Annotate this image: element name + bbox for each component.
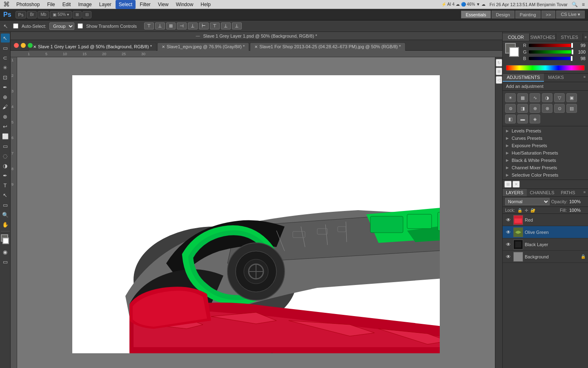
layer-visibility-bg[interactable]: 👁 [505, 254, 512, 260]
posterize-btn[interactable]: ▤ [566, 104, 577, 113]
menu-photoshop[interactable]: Photoshop [13, 0, 43, 9]
gradient-map-btn[interactable]: ▬ [517, 114, 528, 123]
align-top-btn[interactable]: ⊤ [144, 22, 154, 29]
g-slider-thumb[interactable] [571, 49, 574, 55]
screen-mode-edge-btn[interactable]: ⊞ [496, 67, 502, 75]
close-icon-2[interactable]: ✕ [162, 45, 165, 49]
quick-mask-btn[interactable]: ◉ [1, 247, 10, 256]
lock-position-btn[interactable]: ✛ [525, 208, 528, 213]
zoom-tool-btn[interactable]: 🔍 [1, 210, 10, 219]
align-hcenter-btn[interactable]: ⊥ [188, 22, 198, 29]
tab-adjustments[interactable]: ADJUSTMENTS [503, 74, 544, 82]
close-btn[interactable] [14, 43, 19, 48]
exposure-btn[interactable]: ◑ [542, 93, 552, 102]
distribute-top-btn[interactable]: ⊤ [210, 22, 220, 29]
fg-bg-swatch[interactable] [1, 234, 10, 246]
close-icon-3[interactable]: ✕ [254, 45, 258, 49]
rotate-view-btn[interactable]: ↻ [496, 59, 502, 67]
tab-color[interactable]: COLOR [503, 34, 530, 41]
move-tool-btn[interactable]: ↖ [1, 34, 10, 43]
menu-filter[interactable]: Filter [136, 0, 154, 9]
wand-tool-btn[interactable]: ✳ [1, 63, 10, 72]
menu-file[interactable]: File [44, 0, 58, 9]
huesat-presets[interactable]: ▶ Hue/Saturation Presets [503, 149, 588, 157]
curves-presets[interactable]: ▶ Curves Presets [503, 135, 588, 142]
shape-tool-btn[interactable]: ▭ [1, 200, 10, 209]
history-brush-btn[interactable]: ↩ [1, 122, 10, 131]
color-panel-menu[interactable]: ≡ [583, 34, 588, 41]
essentials-btn[interactable]: Essentials [461, 11, 490, 18]
path-sel-tool-btn[interactable]: ↖ [1, 191, 10, 200]
type-tool-btn[interactable]: T [1, 181, 10, 190]
r-slider-thumb[interactable] [571, 43, 573, 48]
color-balance-btn[interactable]: ⊜ [505, 104, 516, 113]
layer-visibility-red[interactable]: 👁 [505, 217, 512, 223]
show-transform-checkbox[interactable] [78, 23, 83, 29]
apple-icon[interactable]: ⌘ [3, 0, 10, 8]
invert-btn[interactable]: ⊙ [554, 104, 565, 113]
arrangement-btn[interactable]: ▣ 50% ▾ [50, 11, 72, 18]
search-icon[interactable]: 🔍 [572, 2, 578, 7]
eyedropper-tool-btn[interactable]: ✒ [1, 83, 10, 92]
menu-image[interactable]: Image [75, 0, 95, 9]
mini-bridge-btn[interactable]: Mb [38, 11, 49, 18]
layers-panel-menu[interactable]: ≡ [581, 189, 588, 196]
more-workspaces-btn[interactable]: >> [541, 11, 556, 18]
distribute-vcenter-btn[interactable]: ⊥ [221, 22, 231, 29]
canvas-document[interactable] [72, 75, 440, 353]
crop-tool-btn[interactable]: ⊡ [1, 73, 10, 82]
color-spectrum-bar[interactable] [506, 65, 585, 71]
layer-item-background[interactable]: 👁 Background 🔒 [503, 251, 588, 263]
bw-btn[interactable]: ◨ [517, 104, 528, 113]
blend-mode-select[interactable]: Normal Multiply Screen [505, 198, 550, 205]
r-slider-track[interactable] [529, 44, 572, 47]
tab-masks[interactable]: MASKS [544, 74, 568, 82]
distribute-bottom-btn[interactable]: ⊥ [232, 22, 242, 29]
workspace-layout-btn[interactable]: ⊞ [73, 11, 82, 18]
dodge-tool-btn[interactable]: ◑ [1, 161, 10, 170]
gradient-tool-btn[interactable]: ▭ [1, 141, 10, 150]
tab-1[interactable]: ✕ Slave 1 Grey Layer 1.psd @ 50% (Backgr… [29, 43, 156, 51]
design-btn[interactable]: Design [492, 11, 514, 18]
autoselect-dropdown[interactable]: Group Layer [49, 22, 74, 30]
panel-icon-1[interactable]: ⊞ [504, 181, 512, 188]
bw-presets[interactable]: ▶ Black & White Presets [503, 157, 588, 164]
lock-all-btn[interactable]: 🔐 [530, 208, 535, 213]
vibrance-btn[interactable]: ▽ [554, 93, 565, 102]
menu-layer[interactable]: Layer [96, 0, 115, 9]
background-color[interactable] [2, 238, 9, 244]
painting-btn[interactable]: Painting [515, 11, 541, 18]
menu-edit[interactable]: Edit [59, 0, 74, 9]
bg-color-swatch[interactable] [509, 47, 519, 57]
selective-color-presets[interactable]: ▶ Selective Color Presets [503, 171, 588, 179]
selective-color-btn[interactable]: ◈ [530, 114, 540, 123]
pen-tool-btn[interactable]: ✒ [1, 171, 10, 180]
menu-extra-icon[interactable]: ≡ [582, 2, 585, 7]
tab-styles[interactable]: STYLES [556, 34, 583, 41]
levels-btn[interactable]: ▦ [517, 93, 528, 102]
tab-paths[interactable]: PATHS [558, 189, 579, 196]
curves-btn[interactable]: ∿ [530, 93, 540, 102]
tab-layers[interactable]: LAYERS [503, 189, 527, 196]
channel-mixer-presets[interactable]: ▶ Channel Mixer Presets [503, 164, 588, 171]
menu-view[interactable]: View [155, 0, 172, 9]
lock-pixels-btn[interactable]: 🔒 [517, 208, 522, 213]
b-slider-track[interactable] [529, 57, 572, 60]
photo-filter-btn[interactable]: ⊕ [530, 104, 540, 113]
blur-tool-btn[interactable]: ◌ [1, 151, 10, 160]
layer-item-olive[interactable]: 👁 Olive Green [503, 226, 588, 238]
eraser-tool-btn[interactable]: ⬜ [1, 132, 10, 141]
layer-item-red[interactable]: 👁 Red [503, 214, 588, 226]
healing-tool-btn[interactable]: ⊕ [1, 92, 10, 101]
ps-icon-btn[interactable]: Ps [16, 11, 27, 18]
g-slider-track[interactable] [529, 50, 572, 54]
exposure-presets[interactable]: ▶ Exposure Presets [503, 142, 588, 149]
minimize-btn[interactable] [21, 43, 26, 48]
marquee-tool-btn[interactable]: ▭ [1, 43, 10, 52]
hand-tool-btn[interactable]: ✋ [1, 220, 10, 229]
tab-2[interactable]: ✕ Slave1_egvv.jpeg @ 76.9% (Gray/8#) * [157, 43, 249, 51]
threshold-btn[interactable]: ◧ [505, 114, 516, 123]
layer-visibility-black[interactable]: 👁 [505, 241, 512, 248]
lasso-tool-btn[interactable]: ⊂ [1, 53, 10, 62]
brightness-contrast-btn[interactable]: ☀ [505, 93, 516, 102]
